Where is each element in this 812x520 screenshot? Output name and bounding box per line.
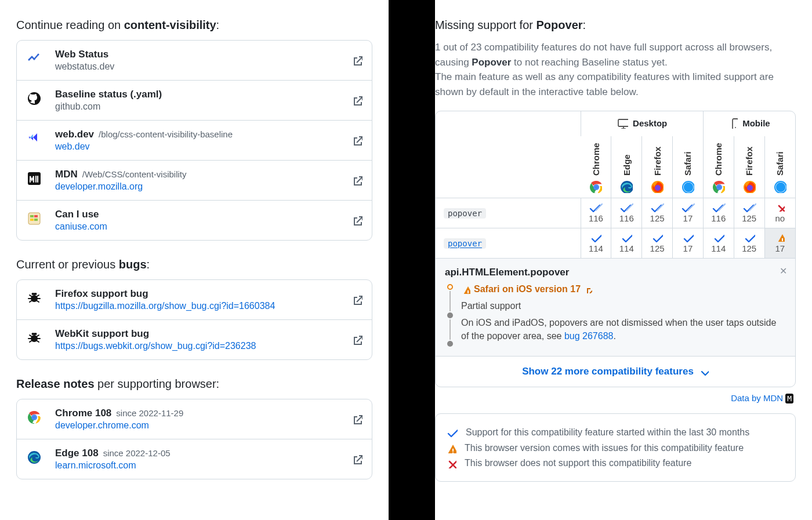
bug-link-card[interactable]: WebKit support bug https://bugs.webkit.o… bbox=[17, 320, 372, 359]
detail-title: api.HTMLElement.popover bbox=[445, 267, 786, 278]
chrome-icon bbox=[712, 180, 725, 193]
card-title: web.dev bbox=[55, 129, 94, 140]
bug-link-card[interactable]: Firefox support bug https://bugzilla.moz… bbox=[17, 280, 372, 320]
chrome-icon bbox=[27, 410, 45, 428]
browser-column-safari: Safari bbox=[764, 136, 795, 198]
right-column: Missing support for Popover: 1 out of 23… bbox=[435, 0, 812, 520]
compat-row: popover 116 116 125 17 116 125 bbox=[436, 198, 795, 228]
browser-column-chrome: Chrome bbox=[581, 136, 611, 198]
support-cell[interactable]: 116 bbox=[581, 198, 611, 228]
external-link-icon[interactable] bbox=[351, 134, 362, 146]
bugs-heading: Current or previous bugs: bbox=[16, 258, 372, 271]
bug-icon bbox=[27, 331, 45, 348]
external-link-icon[interactable] bbox=[351, 174, 362, 186]
edge-icon bbox=[27, 450, 45, 468]
webstatus-icon bbox=[27, 52, 45, 69]
release-note-card[interactable]: Chrome 108 since 2022-11-29 developer.ch… bbox=[17, 399, 372, 439]
warn-icon bbox=[461, 285, 470, 294]
support-cell[interactable]: 125 bbox=[734, 198, 764, 228]
x-icon bbox=[446, 458, 456, 468]
detail-partial-support: Partial support bbox=[461, 299, 786, 312]
browser-column-safari: Safari bbox=[673, 136, 704, 198]
external-link-icon[interactable] bbox=[351, 294, 362, 306]
bug-icon bbox=[27, 291, 45, 308]
browser-column-chrome: Chrome bbox=[703, 136, 734, 198]
platform-mobile-header: Mobile bbox=[703, 111, 795, 136]
detail-note: On iOS and iPadOS, popovers are not dism… bbox=[461, 316, 786, 343]
card-domain: caniuse.com bbox=[55, 221, 342, 232]
card-domain: developer.chrome.com bbox=[55, 420, 342, 431]
external-link-icon[interactable] bbox=[351, 453, 362, 465]
card-title: Baseline status (.yaml) bbox=[55, 89, 162, 100]
release-note-card[interactable]: Edge 108 since 2022-12-05 learn.microsof… bbox=[17, 439, 372, 479]
card-domain: learn.microsoft.com bbox=[55, 460, 342, 471]
card-path: /Web/CSS/content-visibility bbox=[82, 169, 187, 179]
support-cell[interactable]: 17 bbox=[673, 228, 704, 259]
support-cell[interactable]: 114 bbox=[581, 228, 611, 259]
release-notes-list: Chrome 108 since 2022-11-29 developer.ch… bbox=[16, 399, 372, 479]
support-cell[interactable]: 125 bbox=[642, 228, 673, 259]
platform-desktop-header: Desktop bbox=[581, 111, 703, 136]
external-link-icon[interactable] bbox=[351, 413, 362, 425]
external-link-icon[interactable] bbox=[351, 54, 362, 66]
support-cell[interactable]: no bbox=[764, 198, 795, 228]
card-since: since 2022-11-29 bbox=[116, 408, 183, 418]
warn-icon bbox=[446, 443, 456, 453]
external-link-icon[interactable] bbox=[351, 94, 362, 106]
card-domain: web.dev bbox=[55, 141, 342, 152]
browser-column-firefox: Firefox bbox=[642, 136, 673, 198]
support-cell[interactable]: 125 bbox=[642, 198, 673, 228]
support-cell[interactable]: 116 bbox=[703, 198, 734, 228]
bugs-list: Firefox support bug https://bugzilla.moz… bbox=[16, 279, 372, 360]
card-url: https://bugs.webkit.org/show_bug.cgi?id=… bbox=[55, 341, 342, 351]
card-title: Web Status bbox=[55, 49, 108, 60]
chevron-down-icon bbox=[698, 366, 709, 377]
card-title: WebKit support bug bbox=[55, 328, 342, 340]
support-cell[interactable]: 116 bbox=[611, 198, 642, 228]
release-notes-heading: Release notes per supporting browser: bbox=[16, 377, 372, 391]
firefox-icon bbox=[743, 180, 756, 193]
safari-icon bbox=[774, 180, 786, 193]
card-title: Chrome 108 bbox=[55, 408, 111, 419]
mdn-icon: M bbox=[785, 394, 793, 403]
resource-link-card[interactable]: web.dev /blog/css-content-visibility-bas… bbox=[17, 121, 372, 161]
feature-name-cell[interactable]: popover bbox=[436, 228, 581, 259]
data-by-mdn-link[interactable]: Data by MDNM bbox=[437, 393, 793, 403]
show-more-button[interactable]: Show 22 more compatibility features bbox=[436, 356, 795, 387]
compat-detail-panel: ✕ api.HTMLElement.popover Safari on iOS … bbox=[436, 258, 795, 356]
resource-link-card[interactable]: Can I use caniuse.com bbox=[17, 201, 372, 240]
feature-name-cell[interactable]: popover bbox=[436, 198, 581, 228]
external-link-icon[interactable] bbox=[351, 214, 362, 226]
support-cell[interactable]: 125 bbox=[734, 228, 764, 259]
detail-bug-link[interactable]: bug 267688 bbox=[564, 331, 614, 341]
safari-icon bbox=[682, 180, 694, 193]
card-domain: github.com bbox=[55, 101, 342, 112]
compat-row: popover 114 114 125 17 114 125 bbox=[436, 228, 795, 259]
missing-support-heading: Missing support for Popover: bbox=[435, 19, 796, 32]
card-url: https://bugzilla.mozilla.org/show_bug.cg… bbox=[55, 301, 342, 311]
missing-support-intro: 1 out of 23 compatibility features do no… bbox=[435, 40, 796, 99]
card-title: Can I use bbox=[55, 209, 99, 220]
mdn-icon bbox=[27, 172, 45, 189]
resource-link-card[interactable]: Baseline status (.yaml) github.com bbox=[17, 81, 372, 121]
support-cell[interactable]: 17 bbox=[673, 198, 704, 228]
card-title: Edge 108 bbox=[55, 448, 99, 459]
detail-browser-version[interactable]: Safari on iOS version 17 bbox=[461, 284, 786, 294]
external-link-icon bbox=[584, 285, 592, 293]
support-cell[interactable]: 114 bbox=[703, 228, 734, 259]
continue-reading-list: Web Status webstatus.dev Baseline status… bbox=[16, 40, 372, 241]
chrome-icon bbox=[589, 180, 602, 193]
legend: Support for this compatibility feature s… bbox=[435, 413, 796, 482]
external-link-icon[interactable] bbox=[351, 334, 362, 346]
support-cell[interactable]: 114 bbox=[611, 228, 642, 259]
close-icon[interactable]: ✕ bbox=[780, 266, 787, 277]
resource-link-card[interactable]: Web Status webstatus.dev bbox=[17, 41, 372, 81]
card-domain: webstatus.dev bbox=[55, 61, 342, 72]
firefox-icon bbox=[651, 180, 664, 193]
support-cell[interactable]: 17 bbox=[764, 228, 795, 259]
legend-supported: Support for this compatibility feature s… bbox=[446, 427, 785, 438]
legend-unsupported: This browser does not support this compa… bbox=[446, 458, 785, 468]
resource-link-card[interactable]: MDN /Web/CSS/content-visibility develope… bbox=[17, 161, 372, 201]
edge-icon bbox=[620, 180, 633, 193]
card-domain: developer.mozilla.org bbox=[55, 181, 342, 192]
